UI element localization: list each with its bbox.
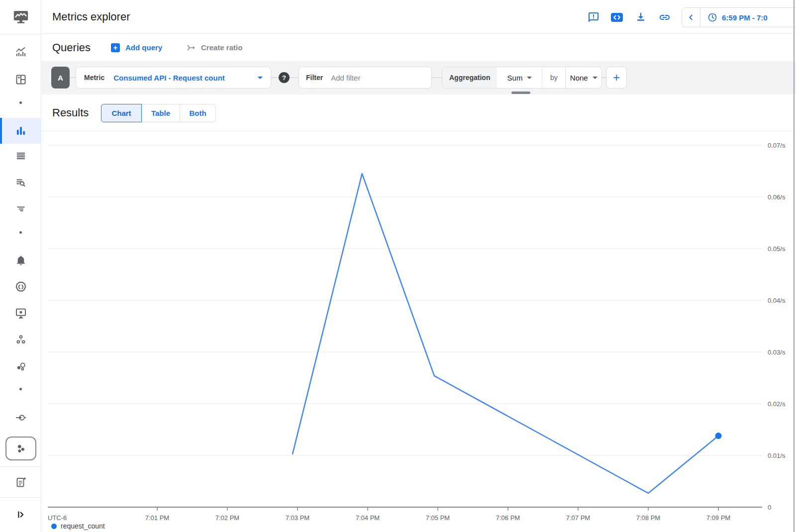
svg-text:UTC-6: UTC-6 [48,514,67,522]
divider-dot [19,101,22,104]
svg-text:7:09 PM: 7:09 PM [706,514,730,522]
time-range-display[interactable]: 6:59 PM - 7:0 [700,12,768,22]
dashboards-icon [15,74,27,86]
query-builder-toolbar: A Metric Consumed API - Request count ? … [41,61,796,94]
metric-help-button[interactable]: ? [279,72,290,83]
svg-text:0.07/s: 0.07/s [768,142,786,149]
filter-input[interactable]: Add filter [331,74,360,82]
sidebar-item-uptime-checks[interactable] [0,301,41,326]
sidebar-divider [0,466,41,467]
sidebar-item-overview[interactable] [0,39,41,64]
svg-text:7:08 PM: 7:08 PM [636,514,660,522]
chart-panel: 00.01/s0.02/s0.03/s0.04/s0.05/s0.06/s0.0… [41,131,796,532]
chevron-down-icon [258,77,263,79]
legend-color-dot [51,524,57,529]
aggregation-dropdown[interactable]: Sum [497,67,542,88]
aggregation-group: Aggregation Sum by None [442,67,602,89]
queries-heading: Queries [52,34,91,61]
pill-connector [70,77,76,78]
sidebar-collapse-toggle[interactable] [0,502,41,527]
send-feedback-button[interactable] [587,10,600,24]
groups-icon [15,334,27,346]
download-icon [635,11,647,23]
sidebar-divider-dot [0,222,41,242]
pill-connector [432,77,442,78]
download-button[interactable] [634,10,648,24]
data-collection-icon [15,412,27,424]
svg-text:7:03 PM: 7:03 PM [286,514,309,522]
sidebar-item-menu-list[interactable] [0,144,41,169]
svg-text:0.01/s: 0.01/s [768,452,786,459]
sidebar-item-dashboards[interactable] [0,67,41,92]
integrations-icon [15,360,27,372]
sidebar-item-metrics-explorer[interactable] [0,118,41,143]
prometheus-icon [14,280,27,293]
page-header: Metrics explorer [41,0,796,34]
results-heading: Results [52,94,89,131]
add-query-button[interactable]: + Add query [111,34,162,61]
group-by-value: None [570,74,588,82]
log-search-icon [15,177,27,188]
feedback-icon [588,11,599,23]
metric-selector[interactable]: Metric Consumed API - Request count [76,67,271,89]
divider-dot [19,388,22,390]
aggregation-label: Aggregation [449,74,490,82]
sidebar-item-log-search[interactable] [0,170,41,195]
filter-label: Filter [306,74,323,82]
sidebar [0,0,41,532]
create-ratio-button[interactable]: Create ratio [187,34,242,61]
metrics-explorer-icon [14,124,27,137]
results-section: Results Chart Table Both [41,94,796,131]
view-code-button[interactable] [610,10,624,24]
resize-drag-handle[interactable] [511,91,530,94]
group-by-dropdown[interactable]: None [566,67,601,88]
sidebar-divider [0,34,41,34]
sidebar-item-trace[interactable] [0,196,41,221]
results-view-toggle: Chart Table Both [101,104,216,122]
svg-text:7:07 PM: 7:07 PM [566,514,590,522]
metric-value: Consumed API - Request count [113,74,225,82]
create-ratio-icon [187,43,197,53]
pill-connector [271,77,279,78]
tab-chart[interactable]: Chart [101,104,142,122]
monitoring-logo [0,0,41,34]
by-label: by [550,74,558,82]
menu-list-icon [15,150,27,162]
plus-icon: + [111,43,120,52]
filter-field[interactable]: Filter Add filter [298,67,432,89]
chevron-down-icon [593,77,597,79]
sidebar-item-release-notes[interactable] [0,470,41,495]
scrollbar[interactable] [794,0,795,532]
line-chart[interactable]: 00.01/s0.02/s0.03/s0.04/s0.05/s0.06/s0.0… [41,131,796,532]
sidebar-divider-dot [0,379,41,399]
sidebar-item-alerting[interactable] [0,248,41,273]
sidebar-item-integrations[interactable] [0,354,41,379]
tab-both[interactable]: Both [180,104,216,122]
sidebar-item-gke[interactable] [0,434,41,463]
tab-table[interactable]: Table [141,104,180,122]
main-content: Metrics explorer [41,0,796,532]
divider-dot [19,231,22,234]
chevron-left-icon [687,13,696,22]
add-query-element-button[interactable]: + [606,67,627,89]
svg-text:7:04 PM: 7:04 PM [356,514,380,522]
sidebar-item-groups[interactable] [0,327,41,352]
alerting-bell-icon [15,255,27,266]
time-range-selector: 6:59 PM - 7:0 [682,7,796,27]
monitoring-logo-icon [11,8,30,25]
query-letter-badge[interactable]: A [51,67,70,89]
aggregation-label-segment: Aggregation [442,67,497,88]
add-query-label: Add query [125,43,162,52]
svg-text:7:01 PM: 7:01 PM [145,514,169,522]
sidebar-item-data-collection[interactable] [0,405,41,430]
sidebar-item-prometheus[interactable] [0,274,41,299]
svg-text:7:02 PM: 7:02 PM [215,514,239,522]
chevron-down-icon [527,77,532,79]
share-link-button[interactable] [658,10,672,24]
legend-label: request_count [61,522,105,530]
legend-item[interactable]: request_count [51,522,105,530]
svg-text:7:05 PM: 7:05 PM [426,514,450,522]
code-icon [610,11,623,23]
expand-panel-icon [15,509,26,520]
time-range-collapse-button[interactable] [682,8,700,27]
